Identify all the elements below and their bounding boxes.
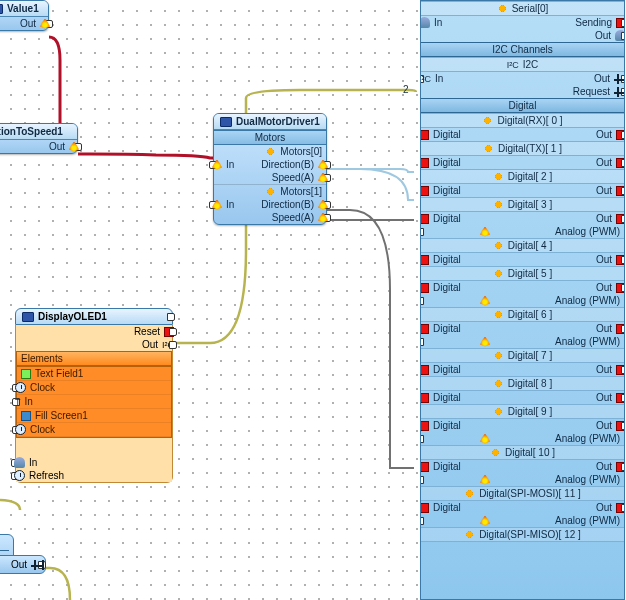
gear-icon: [493, 350, 504, 361]
digital-label: Digital: [433, 502, 461, 513]
pin-in[interactable]: [420, 435, 424, 443]
clock-icon: [15, 424, 26, 435]
gear-icon: [464, 529, 475, 540]
status-icon: [420, 462, 429, 472]
right-panel-board[interactable]: Serial[0] In Sending Out I2C Channels I²…: [420, 0, 625, 600]
pin-in[interactable]: [420, 517, 424, 525]
digital-item-header: Digital[ 8 ]: [421, 376, 624, 391]
directionB-label: Direction(B): [261, 159, 314, 170]
fire-icon: [480, 296, 490, 306]
digital-item-header: Digital[ 3 ]: [421, 197, 624, 212]
chip-icon: [22, 312, 34, 322]
pin-out[interactable]: [621, 325, 625, 333]
digital-row[interactable]: DigitalOut: [421, 391, 624, 404]
digital-item-label: Digital(RX)[ 0 ]: [497, 115, 562, 126]
analog-label: Analog (PWM): [555, 295, 620, 306]
pin-out[interactable]: [621, 19, 625, 27]
pin-out[interactable]: [169, 328, 177, 336]
pin-out[interactable]: [621, 463, 625, 471]
digital-row[interactable]: DigitalOut: [421, 253, 624, 266]
digital-item-header: Digital[ 4 ]: [421, 238, 624, 253]
pin-out[interactable]: [621, 366, 625, 374]
digital-label: Digital: [433, 213, 461, 224]
digital-item-label: Digital[ 4 ]: [508, 240, 552, 251]
data-icon: [420, 17, 430, 28]
node-displayoled[interactable]: DisplayOLED1 Reset OutI²C Elements Text …: [15, 308, 173, 483]
pin-out[interactable]: [621, 215, 625, 223]
pin-out[interactable]: [621, 187, 625, 195]
pin-in[interactable]: [420, 338, 424, 346]
digital-item-header: Digital[ 6 ]: [421, 307, 624, 322]
gear-icon: [464, 488, 475, 499]
node-value1[interactable]: Value1 Out: [0, 0, 49, 31]
digital-pwm-row[interactable]: Analog (PWM): [421, 335, 624, 348]
gear-icon: [265, 146, 276, 157]
digital-row[interactable]: DigitalOut: [421, 128, 624, 141]
digital-pwm-row[interactable]: Analog (PWM): [421, 432, 624, 445]
pulse-icon: [614, 74, 625, 84]
in-label: In: [435, 73, 443, 84]
clock-label: Clock: [30, 424, 55, 435]
digital-row[interactable]: DigitalOut: [421, 501, 624, 514]
pin-out[interactable]: [621, 256, 625, 264]
out-label: Out: [596, 254, 612, 265]
pin-in[interactable]: [420, 476, 424, 484]
digital-item-label: Digital[ 2 ]: [508, 171, 552, 182]
pin-out[interactable]: [167, 313, 175, 321]
pin-out[interactable]: [621, 504, 625, 512]
digital-pwm-row[interactable]: Analog (PWM): [421, 473, 624, 486]
status-icon: [420, 255, 429, 265]
node-dualmotor[interactable]: DualMotorDriver1 Motors Motors[0] InDire…: [213, 113, 327, 225]
pulse-icon: [31, 560, 43, 570]
gear-icon: [493, 406, 504, 417]
digital-pwm-row[interactable]: Analog (PWM): [421, 294, 624, 307]
node-speed1[interactable]: dAndDirectionToSpeed1 Out: [0, 123, 78, 154]
digital-label: Digital: [433, 185, 461, 196]
in-label: In: [434, 17, 442, 28]
fire-icon: [480, 516, 490, 526]
analog-label: Analog (PWM): [555, 515, 620, 526]
digital-item-label: Digital(TX)[ 1 ]: [498, 143, 562, 154]
digital-row[interactable]: DigitalOut: [421, 322, 624, 335]
out-label: Out: [596, 282, 612, 293]
title-text: DualMotorDriver1: [236, 116, 320, 127]
digital-row[interactable]: DigitalOut: [421, 184, 624, 197]
digital-pwm-row[interactable]: Analog (PWM): [421, 225, 624, 238]
chip-icon: [0, 4, 3, 14]
digital-row[interactable]: DigitalOut: [421, 281, 624, 294]
pin-out[interactable]: [621, 131, 625, 139]
reset-label: Reset: [134, 326, 160, 337]
fillscreen1-label: Fill Screen1: [35, 410, 88, 421]
digital-item-header: Digital[ 9 ]: [421, 404, 624, 419]
text-icon: [21, 369, 31, 379]
digital-pwm-row[interactable]: Analog (PWM): [421, 514, 624, 527]
in-label: In: [226, 199, 234, 210]
digital-row[interactable]: DigitalOut: [421, 156, 624, 169]
pin-out[interactable]: [621, 159, 625, 167]
pin-in[interactable]: [420, 228, 424, 236]
pin-out[interactable]: [621, 422, 625, 430]
digital-item-header: Digital(SPI-MOSI)[ 11 ]: [421, 486, 624, 501]
digital-item-label: Digital[ 8 ]: [508, 378, 552, 389]
digital-row[interactable]: DigitalOut: [421, 460, 624, 473]
digital-item-label: Digital[ 3 ]: [508, 199, 552, 210]
fill-icon: [21, 411, 31, 421]
digital-label: Digital: [433, 392, 461, 403]
digital-row[interactable]: DigitalOut: [421, 363, 624, 376]
gear-icon: [493, 378, 504, 389]
digital-row[interactable]: DigitalOut: [421, 212, 624, 225]
pin-out[interactable]: [169, 341, 177, 349]
pin-out[interactable]: [621, 394, 625, 402]
digital-label: Digital: [433, 323, 461, 334]
node-outpulse[interactable]: Out: [0, 555, 46, 574]
status-icon: [420, 158, 429, 168]
out-label: Out: [596, 129, 612, 140]
digital-row[interactable]: DigitalOut: [421, 419, 624, 432]
pin-out[interactable]: [621, 284, 625, 292]
pin-in[interactable]: [420, 297, 424, 305]
pin-out[interactable]: [621, 32, 625, 40]
status-icon: [420, 283, 429, 293]
digital-item-header: Digital(TX)[ 1 ]: [421, 141, 624, 156]
gear-icon: [493, 199, 504, 210]
digital-item-label: Digital[ 10 ]: [505, 447, 555, 458]
